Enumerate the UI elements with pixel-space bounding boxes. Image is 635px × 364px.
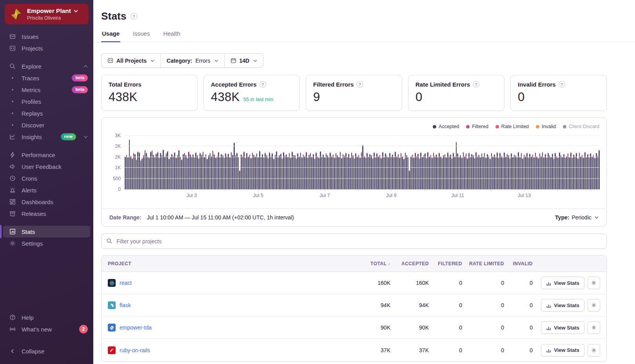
project-settings-button[interactable] xyxy=(588,277,600,289)
help-icon[interactable]: ? xyxy=(356,81,363,88)
view-stats-button[interactable]: View Stats xyxy=(541,277,584,289)
chart-bar xyxy=(341,158,342,189)
stat-card-invalid-errors: Invalid Errors? 0 xyxy=(510,75,607,111)
legend-item[interactable]: Client Discard xyxy=(563,124,599,129)
chart-bars xyxy=(125,136,599,189)
sidebar-item-label: Alerts xyxy=(22,187,88,194)
gear-icon xyxy=(591,348,597,353)
sidebar-item-alerts[interactable]: Alerts xyxy=(0,184,93,196)
chart-bar xyxy=(563,154,564,189)
chart-bar xyxy=(231,152,232,189)
project-settings-button[interactable] xyxy=(588,321,600,334)
chart-bar xyxy=(292,152,293,189)
chart-bar xyxy=(463,152,464,189)
chart-bar xyxy=(217,156,218,189)
stat-card-value: 0 xyxy=(415,90,423,104)
project-link[interactable]: empower-tda xyxy=(120,324,152,331)
cell-accepted: 37K xyxy=(390,347,429,353)
sidebar-item-explore[interactable]: Explore xyxy=(0,60,93,72)
legend-item[interactable]: Invalid xyxy=(536,124,556,129)
legend-dot-icon xyxy=(536,125,539,129)
legend-item[interactable]: Accepted xyxy=(433,124,459,129)
project-selector[interactable]: All Projects xyxy=(102,54,160,67)
tab-bar: Usage Issues Health xyxy=(101,30,635,42)
sidebar-item-issues[interactable]: Issues xyxy=(0,31,93,42)
projects-icon xyxy=(9,45,16,52)
org-switcher[interactable]: Empower Plant Priscila Oliveira xyxy=(5,4,89,24)
stat-cards: Total Errors 438K Accepted Errors? 438K5… xyxy=(101,75,607,111)
sidebar-item-traces[interactable]: Traces beta xyxy=(0,72,93,84)
project-filter-input[interactable] xyxy=(101,234,607,249)
chart-bar xyxy=(434,156,435,189)
help-icon[interactable]: ? xyxy=(559,81,565,88)
col-filtered[interactable]: FILTERED xyxy=(429,261,462,266)
legend-dot-icon xyxy=(495,125,499,129)
bullet-icon xyxy=(12,77,13,79)
col-rate-limited[interactable]: RATE LIMITED xyxy=(462,261,504,266)
chart-bar xyxy=(450,154,451,189)
releases-icon xyxy=(9,210,16,217)
table-row: flask 94K 94K 0 0 0 View Stats xyxy=(102,294,606,317)
chart-bar xyxy=(422,157,423,189)
legend-item[interactable]: Filtered xyxy=(466,124,488,129)
col-accepted[interactable]: ACCEPTED xyxy=(390,261,429,266)
cell-invalid: 0 xyxy=(504,324,533,331)
project-selector-value: All Projects xyxy=(116,58,147,64)
date-range-selector[interactable]: 14D xyxy=(224,54,263,67)
sidebar-item-stats[interactable]: Stats xyxy=(3,226,90,237)
project-link[interactable]: ruby-on-rails xyxy=(120,347,150,353)
help-icon[interactable]: ? xyxy=(259,81,266,88)
chart-bar xyxy=(301,157,303,189)
chart-bar xyxy=(137,152,138,189)
org-user: Priscila Oliveira xyxy=(27,15,78,21)
sidebar-item-replays[interactable]: Replays xyxy=(0,107,93,119)
chart-bar xyxy=(503,158,504,189)
tab-health[interactable]: Health xyxy=(162,30,181,42)
type-selector[interactable]: Type: Periodic xyxy=(555,214,599,221)
sidebar-item-user-feedback[interactable]: User Feedback xyxy=(0,161,93,172)
help-icon[interactable]: ? xyxy=(473,81,479,88)
sidebar-item-projects[interactable]: Projects xyxy=(0,42,93,54)
col-total[interactable]: TOTAL↓ xyxy=(345,261,390,266)
sidebar-item-dashboards[interactable]: Dashboards xyxy=(0,196,93,208)
chart-bar xyxy=(591,156,593,189)
chart-bar xyxy=(183,154,184,189)
chart-bar xyxy=(243,152,245,189)
help-icon xyxy=(9,314,16,321)
category-value: Errors xyxy=(195,58,210,64)
view-stats-button[interactable]: View Stats xyxy=(541,344,584,357)
sidebar-item-collapse[interactable]: Collapse xyxy=(0,345,93,357)
sidebar-item-releases[interactable]: Releases xyxy=(0,208,93,219)
x-axis-label: Jul 9 xyxy=(386,193,396,198)
view-stats-button[interactable]: View Stats xyxy=(541,321,584,334)
sidebar-item-whats-new[interactable]: What's new 2 xyxy=(0,323,93,335)
stat-card-filtered-errors: Filtered Errors? 9 xyxy=(306,75,402,111)
chart-bar xyxy=(285,156,286,189)
sidebar-item-settings[interactable]: Settings xyxy=(0,237,93,249)
project-settings-button[interactable] xyxy=(588,344,600,357)
sidebar-item-label: Crons xyxy=(22,175,88,182)
chart-bar xyxy=(181,159,182,189)
sidebar-item-help[interactable]: Help xyxy=(0,311,93,323)
chart-bar xyxy=(553,159,555,189)
tab-issues[interactable]: Issues xyxy=(132,30,151,42)
legend-item[interactable]: Rate Limited xyxy=(495,124,529,129)
sidebar-item-insights[interactable]: Insights new xyxy=(0,131,93,143)
tab-usage[interactable]: Usage xyxy=(101,30,120,42)
sidebar-item-performance[interactable]: Performance xyxy=(0,149,93,161)
view-stats-button[interactable]: View Stats xyxy=(541,299,584,311)
category-selector[interactable]: Category: Errors xyxy=(160,54,224,67)
sidebar-item-profiles[interactable]: Profiles xyxy=(0,96,93,107)
page-help-icon[interactable]: ? xyxy=(131,13,137,20)
chart-bar xyxy=(166,153,167,189)
sidebar-item-discover[interactable]: Discover xyxy=(0,119,93,131)
sidebar-item-metrics[interactable]: Metrics beta xyxy=(0,84,93,96)
project-settings-button[interactable] xyxy=(588,299,600,311)
project-link[interactable]: react xyxy=(120,280,132,286)
chart-bar xyxy=(163,150,164,189)
sidebar-item-crons[interactable]: Crons xyxy=(0,172,93,184)
project-link[interactable]: flask xyxy=(120,302,131,308)
chart-bar xyxy=(546,158,548,189)
col-invalid[interactable]: INVALID xyxy=(504,261,533,266)
chart-bar xyxy=(343,154,344,189)
